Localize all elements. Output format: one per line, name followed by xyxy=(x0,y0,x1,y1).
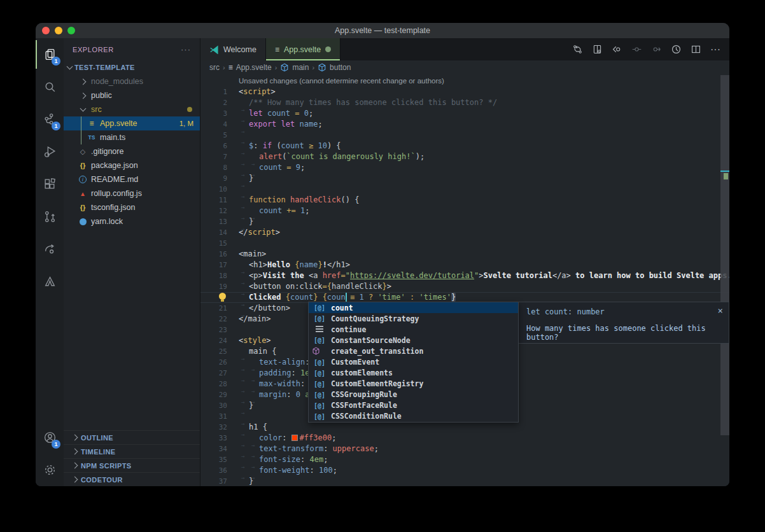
code-editor[interactable]: Unsaved changes (cannot determine recent… xyxy=(200,74,729,486)
code-line[interactable]: 34text-transform: uppercase; xyxy=(200,444,729,454)
file-row[interactable]: ▲rollup.config.js xyxy=(64,186,200,200)
next-change-icon[interactable] xyxy=(651,44,662,55)
line-number[interactable]: 32 xyxy=(200,422,239,433)
search-icon[interactable] xyxy=(36,71,64,103)
code-line[interactable]: 9} xyxy=(200,173,729,184)
line-number[interactable]: 23 xyxy=(200,325,239,335)
lightbulb-icon[interactable] xyxy=(219,293,226,300)
suggest-item[interactable]: [@]customElements xyxy=(309,368,518,379)
code-line[interactable]: 5 xyxy=(200,130,729,141)
line-number[interactable]: 27 xyxy=(200,368,239,379)
suggest-item[interactable]: [@]CSSFontFaceRule xyxy=(309,400,518,411)
line-number[interactable]: 2 xyxy=(200,97,239,108)
code-line[interactable]: 1<script> xyxy=(200,87,729,97)
file-row[interactable]: iREADME.md xyxy=(64,172,200,186)
line-number[interactable]: 3 xyxy=(200,108,239,119)
code-line[interactable]: 16<main> xyxy=(200,249,729,260)
file-row[interactable]: src xyxy=(64,102,200,116)
line-number[interactable]: 21 xyxy=(200,303,239,314)
line-number[interactable]: 4 xyxy=(200,119,239,130)
close-icon[interactable]: × xyxy=(718,305,723,316)
run-debug-icon[interactable] xyxy=(36,136,64,168)
breadcrumb-src[interactable]: src xyxy=(209,63,220,72)
file-row[interactable]: public xyxy=(64,88,200,102)
file-row[interactable]: TSmain.ts xyxy=(64,130,200,144)
navigate-back-icon[interactable] xyxy=(612,44,622,55)
section-npm-scripts[interactable]: NPM SCRIPTS xyxy=(64,458,200,472)
suggest-item[interactable]: [@]CountQueuingStrategy xyxy=(309,313,518,324)
line-number[interactable]: 18 xyxy=(200,270,239,281)
previous-change-icon[interactable] xyxy=(631,44,642,55)
line-number[interactable]: 26 xyxy=(200,357,239,368)
line-number[interactable]: 13 xyxy=(200,216,239,227)
line-number[interactable]: 14 xyxy=(200,227,239,238)
tab-welcome[interactable]: Welcome xyxy=(200,38,266,60)
timeline-icon[interactable] xyxy=(671,44,682,55)
code-line[interactable]: 36font-weight: 100; xyxy=(200,465,729,476)
file-row[interactable]: {}tsconfig.json xyxy=(64,200,200,214)
code-line[interactable]: 6$: if (count ≥ 10) { xyxy=(200,141,729,151)
file-row[interactable]: ◇.gitignore xyxy=(64,144,200,158)
settings-gear-icon[interactable] xyxy=(36,454,64,486)
breadcrumb-file[interactable]: App.svelte xyxy=(236,63,272,72)
tab-app-svelte[interactable]: ≡ App.svelte xyxy=(266,38,340,60)
code-line[interactable]: 18<p>Visit the <a href="https://svelte.d… xyxy=(200,270,729,281)
line-number[interactable]: 8 xyxy=(200,162,239,173)
code-line[interactable]: 14</script> xyxy=(200,227,729,238)
suggest-item[interactable]: continue xyxy=(309,324,518,335)
suggest-item[interactable]: create_out_transition xyxy=(309,346,518,356)
code-line[interactable]: 17<h1>Hello {name}!</h1> xyxy=(200,260,729,270)
breadcrumb-main[interactable]: main xyxy=(292,63,309,72)
line-number[interactable]: 37 xyxy=(200,476,239,486)
code-line[interactable]: 4export let name; xyxy=(200,119,729,130)
line-number[interactable]: 11 xyxy=(200,195,239,206)
code-line[interactable]: 37} xyxy=(200,476,729,486)
more-actions-icon[interactable]: ··· xyxy=(710,44,720,55)
line-number[interactable]: 6 xyxy=(200,141,239,151)
editor-scrollbar[interactable] xyxy=(720,75,729,435)
line-number[interactable] xyxy=(200,76,239,87)
split-editor-icon[interactable] xyxy=(691,44,701,55)
title-bar[interactable]: App.svelte — test-template xyxy=(36,23,729,38)
live-share-icon[interactable] xyxy=(36,233,64,265)
line-number[interactable]: 34 xyxy=(200,444,239,454)
suggest-item[interactable]: [@]count xyxy=(309,302,518,313)
github-pr-icon[interactable] xyxy=(36,200,64,233)
file-row[interactable]: yarn.lock xyxy=(64,214,200,228)
line-number[interactable]: 30 xyxy=(200,400,239,411)
line-number[interactable]: 35 xyxy=(200,454,239,465)
suggest-item[interactable]: [@]CSSGroupingRule xyxy=(309,389,518,400)
code-line[interactable]: 10 xyxy=(200,184,729,195)
line-number[interactable] xyxy=(200,292,239,303)
explorer-icon[interactable]: 1 xyxy=(36,38,64,71)
line-number[interactable]: 17 xyxy=(200,260,239,270)
section-timeline[interactable]: TIMELINE xyxy=(64,444,200,458)
code-line[interactable]: 2/** How many times has someone clicked … xyxy=(200,97,729,108)
workspace-root-row[interactable]: TEST-TEMPLATE xyxy=(64,60,200,74)
open-preview-icon[interactable] xyxy=(592,44,603,55)
line-number[interactable]: 19 xyxy=(200,281,239,292)
code-line[interactable]: 12count += 1; xyxy=(200,206,729,216)
file-row[interactable]: ≡App.svelte1, M xyxy=(64,116,200,130)
code-line[interactable]: 3let count = 0; xyxy=(200,108,729,119)
suggest-item[interactable]: [@]CustomEvent xyxy=(309,356,518,367)
line-number[interactable]: 1 xyxy=(200,87,239,97)
suggest-item[interactable]: [@]CSSConditionRule xyxy=(309,411,518,422)
open-changes-icon[interactable] xyxy=(572,44,583,55)
line-number[interactable]: 15 xyxy=(200,238,239,249)
code-line[interactable]: 8count = 9; xyxy=(200,162,729,173)
line-number[interactable]: 12 xyxy=(200,206,239,216)
line-number[interactable]: 29 xyxy=(200,389,239,400)
line-number[interactable]: 36 xyxy=(200,465,239,476)
code-line[interactable]: 33color: #ff3e00; xyxy=(200,433,729,444)
code-line[interactable]: 19<button on:click={handleClick}> xyxy=(200,281,729,292)
line-number[interactable]: 25 xyxy=(200,346,239,357)
code-line[interactable]: 7alert(`count is dangerously high!`); xyxy=(200,151,729,162)
line-number[interactable]: 33 xyxy=(200,433,239,444)
file-row[interactable]: node_modules xyxy=(64,74,200,88)
line-number[interactable]: 24 xyxy=(200,335,239,346)
line-number[interactable]: 16 xyxy=(200,249,239,260)
line-number[interactable]: 7 xyxy=(200,151,239,162)
code-line[interactable]: 11function handleClick() { xyxy=(200,195,729,206)
extensions-icon[interactable] xyxy=(36,168,64,200)
